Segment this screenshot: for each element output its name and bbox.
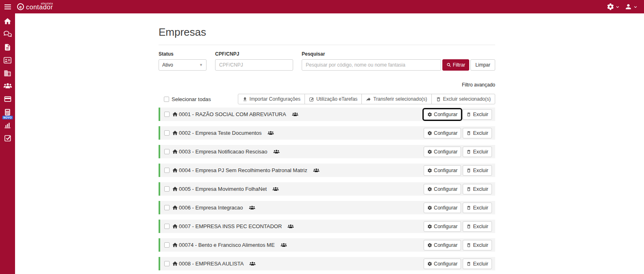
home-icon [172, 223, 178, 229]
gear-icon [427, 168, 432, 173]
sidebar-item-documents[interactable] [2, 42, 13, 52]
topbar-right [603, 3, 644, 11]
chevron-down-icon [616, 5, 620, 9]
employees-icon[interactable] [272, 186, 279, 192]
employees-icon[interactable] [287, 223, 294, 230]
company-row-checkbox[interactable] [164, 130, 170, 136]
configure-button[interactable]: Configurar [424, 128, 461, 138]
transfer-selected-button[interactable]: Transferir selecionado(s) [361, 94, 431, 104]
hamburger-menu-icon[interactable] [0, 3, 15, 11]
etarefas-usage-button[interactable]: Utilização eTarefas [305, 94, 362, 104]
comments-icon [3, 30, 12, 39]
company-name: 0005 - Empresa Movimento FolhaNet [179, 186, 267, 192]
company-name: 0003 - Empresa Notificacao Rescisao [179, 149, 268, 155]
advanced-filter-link[interactable]: Filtro avançado [462, 82, 495, 88]
trash-icon [466, 131, 471, 136]
configure-button[interactable]: Configurar [424, 184, 461, 194]
configure-button[interactable]: Configurar [424, 165, 461, 176]
employees-icon[interactable] [249, 261, 256, 267]
delete-button[interactable]: Excluir [463, 203, 492, 213]
status-select-value: Ativo [162, 62, 173, 68]
cpf-cnpj-label: CPF/CNPJ [215, 51, 293, 57]
delete-selected-button[interactable]: Excluir selecionado(s) [431, 94, 495, 104]
employees-icon[interactable] [249, 205, 255, 211]
sidebar-item-calculator[interactable]: NOVO [2, 107, 13, 117]
company-row-checkbox[interactable] [164, 224, 170, 229]
company-row-checkbox[interactable] [164, 205, 170, 210]
company-row: 0004 - Empresa PJ Sem Recolhimento Patro… [159, 164, 495, 177]
company-row-checkbox[interactable] [164, 168, 170, 173]
delete-button[interactable]: Excluir [463, 147, 492, 157]
home-icon [172, 261, 178, 267]
company-row-checkbox[interactable] [164, 149, 170, 154]
check-square-icon [4, 134, 12, 142]
company-name: 0006 - Empresa Integracao [179, 205, 243, 211]
company-row-checkbox[interactable] [164, 112, 170, 117]
credit-card-icon [4, 95, 12, 103]
search-icon [446, 63, 451, 67]
download-icon [242, 97, 248, 102]
sidebar-item-companies[interactable] [2, 68, 13, 78]
employees-icon[interactable] [273, 149, 280, 155]
sidebar-item-tasks[interactable] [2, 133, 13, 143]
settings-menu[interactable] [607, 3, 620, 11]
app-logo[interactable]: e contador alterdata [17, 3, 53, 11]
company-row-checkbox[interactable] [164, 261, 170, 266]
user-menu[interactable] [624, 3, 637, 11]
sidebar-item-messages[interactable] [2, 29, 13, 39]
delete-button[interactable]: Excluir [463, 109, 492, 120]
delete-button[interactable]: Excluir [463, 184, 492, 194]
row-actions: Configurar Excluir [424, 165, 492, 176]
delete-button[interactable]: Excluir [463, 221, 492, 232]
row-actions: Configurar Excluir [424, 147, 492, 157]
delete-button[interactable]: Excluir [463, 128, 492, 138]
company-row-checkbox[interactable] [164, 186, 170, 192]
home-icon [172, 205, 178, 211]
delete-button[interactable]: Excluir [463, 240, 492, 250]
select-all-checkbox[interactable] [164, 97, 169, 102]
delete-button[interactable]: Excluir [463, 259, 492, 269]
select-all-control: Selecionar todas [159, 96, 211, 102]
configure-button[interactable]: Configurar [424, 109, 461, 120]
cpf-cnpj-input[interactable] [215, 59, 293, 71]
company-row-checkbox[interactable] [164, 242, 170, 248]
search-input[interactable] [302, 59, 441, 71]
trash-icon [466, 261, 471, 266]
edit-icon [309, 97, 314, 102]
import-configs-button[interactable]: Importar Configurações [238, 94, 305, 104]
sidebar-item-users[interactable] [2, 81, 13, 91]
configure-button[interactable]: Configurar [424, 221, 461, 232]
company-name: 0007 - EMPRESA INSS PEC ECONTADOR [179, 223, 282, 229]
employees-icon[interactable] [281, 242, 287, 248]
user-icon [624, 3, 632, 11]
company-row: 0005 - Empresa Movimento FolhaNet Config… [159, 182, 495, 196]
sidebar-nav: NOVO [0, 13, 15, 274]
company-name: 0004 - Empresa PJ Sem Recolhimento Patro… [179, 167, 307, 173]
home-icon [172, 186, 178, 192]
gear-icon [427, 187, 432, 192]
configure-button[interactable]: Configurar [424, 240, 461, 250]
sidebar-item-reports[interactable] [2, 120, 13, 130]
employees-icon[interactable] [292, 111, 298, 118]
row-actions: Configurar Excluir [424, 184, 492, 194]
company-row: 0008 - EMPRESA AULISTA Configurar Exclui… [159, 257, 495, 270]
sidebar-item-home[interactable] [2, 16, 13, 26]
configure-button[interactable]: Configurar [424, 259, 461, 269]
employees-icon[interactable] [313, 167, 320, 174]
status-select[interactable]: Ativo ▼ [159, 59, 207, 71]
row-actions: Configurar Excluir [424, 221, 492, 232]
company-name: 0002 - Empresa Teste Documentos [179, 130, 262, 136]
sidebar-item-billing[interactable] [2, 94, 13, 104]
sidebar-item-contacts[interactable] [2, 55, 13, 65]
filter-button[interactable]: Filtrar [442, 59, 470, 71]
trash-icon [466, 168, 471, 173]
row-actions: Configurar Excluir [424, 203, 492, 213]
clear-button[interactable]: Limpar [470, 59, 495, 71]
configure-button[interactable]: Configurar [424, 203, 461, 213]
configure-button[interactable]: Configurar [424, 147, 461, 157]
delete-button[interactable]: Excluir [463, 165, 492, 176]
logo-e-icon: e [17, 3, 24, 10]
row-actions: Configurar Excluir [424, 109, 492, 120]
employees-icon[interactable] [268, 130, 274, 136]
trash-icon [466, 243, 471, 248]
